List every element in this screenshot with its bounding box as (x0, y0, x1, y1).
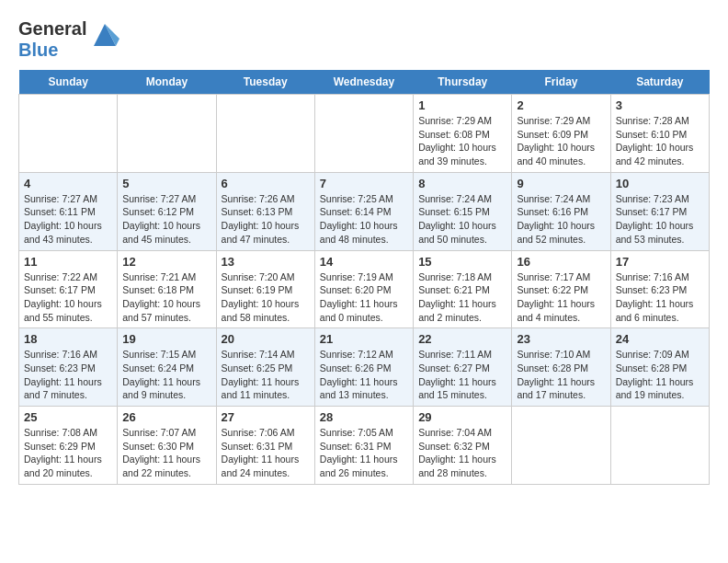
calendar-cell: 17Sunrise: 7:16 AMSunset: 6:23 PMDayligh… (610, 250, 709, 328)
day-info: Sunrise: 7:12 AMSunset: 6:26 PMDaylight:… (320, 348, 408, 402)
day-number: 15 (418, 255, 506, 269)
day-info: Sunrise: 7:29 AMSunset: 6:08 PMDaylight:… (418, 114, 506, 168)
calendar-cell (314, 95, 413, 173)
day-number: 5 (122, 177, 210, 190)
logo-text: General Blue (18, 18, 86, 61)
calendar-cell: 26Sunrise: 7:07 AMSunset: 6:30 PMDayligh… (118, 407, 216, 485)
calendar-cell (118, 95, 216, 173)
day-info: Sunrise: 7:24 AMSunset: 6:15 PMDaylight:… (418, 192, 506, 247)
calendar-cell: 15Sunrise: 7:18 AMSunset: 6:21 PMDayligh… (414, 250, 512, 328)
day-number: 8 (418, 177, 506, 190)
day-info: Sunrise: 7:04 AMSunset: 6:32 PMDaylight:… (418, 426, 506, 480)
day-info: Sunrise: 7:23 AMSunset: 6:17 PMDaylight:… (616, 192, 704, 247)
logo-blue: Blue (18, 40, 58, 60)
day-info: Sunrise: 7:21 AMSunset: 6:18 PMDaylight:… (122, 270, 210, 325)
calendar-cell: 24Sunrise: 7:09 AMSunset: 6:28 PMDayligh… (610, 328, 709, 407)
day-info: Sunrise: 7:22 AMSunset: 6:17 PMDaylight:… (24, 270, 112, 325)
calendar-cell: 28Sunrise: 7:05 AMSunset: 6:31 PMDayligh… (314, 407, 413, 485)
day-number: 29 (418, 410, 506, 424)
calendar-header-row: SundayMondayTuesdayWednesdayThursdayFrid… (19, 70, 710, 95)
calendar-header-sunday: Sunday (19, 70, 118, 95)
logo-icon (90, 20, 119, 50)
day-number: 6 (222, 177, 310, 190)
calendar-cell: 16Sunrise: 7:17 AMSunset: 6:22 PMDayligh… (512, 250, 610, 328)
calendar-cell: 9Sunrise: 7:24 AMSunset: 6:16 PMDaylight… (512, 172, 610, 250)
calendar-week-1: 1Sunrise: 7:29 AMSunset: 6:08 PMDaylight… (19, 95, 710, 173)
day-number: 22 (418, 332, 506, 346)
day-number: 7 (320, 177, 408, 190)
day-number: 25 (24, 410, 112, 424)
calendar-cell: 7Sunrise: 7:25 AMSunset: 6:14 PMDaylight… (314, 172, 413, 250)
day-number: 13 (222, 255, 310, 269)
day-info: Sunrise: 7:18 AMSunset: 6:21 PMDaylight:… (418, 270, 506, 325)
day-number: 23 (517, 332, 605, 346)
day-info: Sunrise: 7:15 AMSunset: 6:24 PMDaylight:… (122, 348, 210, 402)
calendar-week-3: 11Sunrise: 7:22 AMSunset: 6:17 PMDayligh… (19, 250, 710, 328)
day-number: 20 (222, 332, 310, 346)
day-number: 18 (24, 332, 112, 346)
day-info: Sunrise: 7:20 AMSunset: 6:19 PMDaylight:… (222, 270, 310, 325)
calendar-header-wednesday: Wednesday (314, 70, 413, 95)
calendar-cell: 13Sunrise: 7:20 AMSunset: 6:19 PMDayligh… (216, 250, 314, 328)
calendar-cell: 29Sunrise: 7:04 AMSunset: 6:32 PMDayligh… (414, 407, 512, 485)
calendar-header-tuesday: Tuesday (216, 70, 314, 95)
calendar-header-saturday: Saturday (610, 70, 709, 95)
day-number: 9 (517, 177, 605, 190)
day-number: 17 (616, 255, 704, 269)
calendar-week-2: 4Sunrise: 7:27 AMSunset: 6:11 PMDaylight… (19, 172, 710, 250)
calendar-cell: 20Sunrise: 7:14 AMSunset: 6:25 PMDayligh… (216, 328, 314, 407)
logo-general: General (18, 18, 86, 39)
calendar-cell: 3Sunrise: 7:28 AMSunset: 6:10 PMDaylight… (610, 95, 709, 173)
day-number: 27 (222, 410, 310, 424)
day-number: 16 (517, 255, 605, 269)
day-info: Sunrise: 7:14 AMSunset: 6:25 PMDaylight:… (222, 348, 310, 402)
calendar-cell: 6Sunrise: 7:26 AMSunset: 6:13 PMDaylight… (216, 172, 314, 250)
calendar-cell (512, 407, 610, 485)
calendar-cell: 2Sunrise: 7:29 AMSunset: 6:09 PMDaylight… (512, 95, 610, 173)
day-number: 19 (122, 332, 210, 346)
calendar-cell: 4Sunrise: 7:27 AMSunset: 6:11 PMDaylight… (19, 172, 118, 250)
day-info: Sunrise: 7:17 AMSunset: 6:22 PMDaylight:… (517, 270, 605, 325)
calendar-cell: 27Sunrise: 7:06 AMSunset: 6:31 PMDayligh… (216, 407, 314, 485)
day-info: Sunrise: 7:16 AMSunset: 6:23 PMDaylight:… (616, 270, 704, 325)
calendar-table: SundayMondayTuesdayWednesdayThursdayFrid… (18, 70, 710, 485)
day-info: Sunrise: 7:29 AMSunset: 6:09 PMDaylight:… (517, 114, 605, 168)
calendar-cell: 23Sunrise: 7:10 AMSunset: 6:28 PMDayligh… (512, 328, 610, 407)
day-info: Sunrise: 7:27 AMSunset: 6:11 PMDaylight:… (24, 192, 112, 247)
calendar-cell: 18Sunrise: 7:16 AMSunset: 6:23 PMDayligh… (19, 328, 118, 407)
calendar-week-5: 25Sunrise: 7:08 AMSunset: 6:29 PMDayligh… (19, 407, 710, 485)
day-info: Sunrise: 7:28 AMSunset: 6:10 PMDaylight:… (616, 114, 704, 168)
day-number: 21 (320, 332, 408, 346)
day-number: 1 (418, 98, 506, 112)
calendar-cell: 12Sunrise: 7:21 AMSunset: 6:18 PMDayligh… (118, 250, 216, 328)
day-info: Sunrise: 7:11 AMSunset: 6:27 PMDaylight:… (418, 348, 506, 402)
day-number: 10 (616, 177, 704, 190)
calendar-cell: 10Sunrise: 7:23 AMSunset: 6:17 PMDayligh… (610, 172, 709, 250)
calendar-cell: 19Sunrise: 7:15 AMSunset: 6:24 PMDayligh… (118, 328, 216, 407)
day-info: Sunrise: 7:24 AMSunset: 6:16 PMDaylight:… (517, 192, 605, 247)
day-number: 3 (616, 98, 704, 112)
day-info: Sunrise: 7:10 AMSunset: 6:28 PMDaylight:… (517, 348, 605, 402)
calendar-cell: 25Sunrise: 7:08 AMSunset: 6:29 PMDayligh… (19, 407, 118, 485)
calendar-header-thursday: Thursday (414, 70, 512, 95)
day-number: 11 (24, 255, 112, 269)
logo: General Blue (18, 18, 119, 61)
calendar-cell: 8Sunrise: 7:24 AMSunset: 6:15 PMDaylight… (414, 172, 512, 250)
day-info: Sunrise: 7:16 AMSunset: 6:23 PMDaylight:… (24, 348, 112, 402)
day-info: Sunrise: 7:27 AMSunset: 6:12 PMDaylight:… (122, 192, 210, 247)
day-number: 4 (24, 177, 112, 190)
day-number: 26 (122, 410, 210, 424)
calendar-cell: 14Sunrise: 7:19 AMSunset: 6:20 PMDayligh… (314, 250, 413, 328)
day-info: Sunrise: 7:25 AMSunset: 6:14 PMDaylight:… (320, 192, 408, 247)
calendar-cell: 21Sunrise: 7:12 AMSunset: 6:26 PMDayligh… (314, 328, 413, 407)
day-number: 14 (320, 255, 408, 269)
calendar-header-monday: Monday (118, 70, 216, 95)
day-info: Sunrise: 7:07 AMSunset: 6:30 PMDaylight:… (122, 426, 210, 480)
calendar-header-friday: Friday (512, 70, 610, 95)
calendar-cell (610, 407, 709, 485)
day-info: Sunrise: 7:06 AMSunset: 6:31 PMDaylight:… (222, 426, 310, 480)
calendar-cell (216, 95, 314, 173)
calendar-week-4: 18Sunrise: 7:16 AMSunset: 6:23 PMDayligh… (19, 328, 710, 407)
calendar-cell (19, 95, 118, 173)
day-number: 28 (320, 410, 408, 424)
